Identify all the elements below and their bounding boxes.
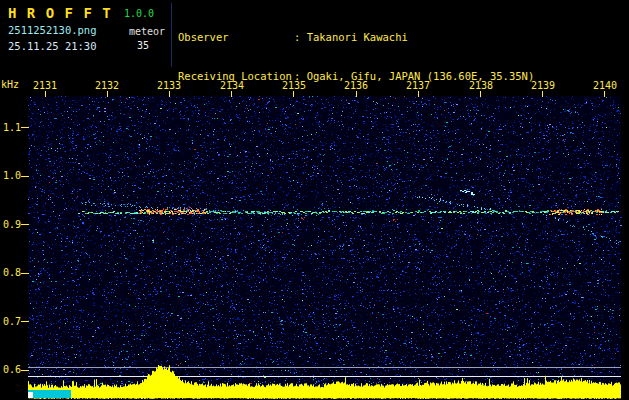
- spectrogram-canvas: [0, 76, 629, 400]
- meteor-count: 35: [137, 40, 149, 51]
- info-row-observer: Observer: Takanori Kawachi: [178, 31, 534, 44]
- output-filename: 2511252130.png: [8, 24, 97, 36]
- app-title: H R O F F T: [8, 5, 112, 21]
- info-label: Observer: [178, 31, 294, 44]
- hrofft-window: H R O F F T 1.0.0 2511252130.png meteor …: [0, 0, 629, 400]
- app-version: 1.0.0: [124, 8, 154, 19]
- timestamp: 25.11.25 21:30: [8, 40, 97, 52]
- header-separator: [171, 3, 172, 67]
- info-value: : Takanori Kawachi: [294, 31, 408, 43]
- mode-label: meteor: [129, 26, 165, 37]
